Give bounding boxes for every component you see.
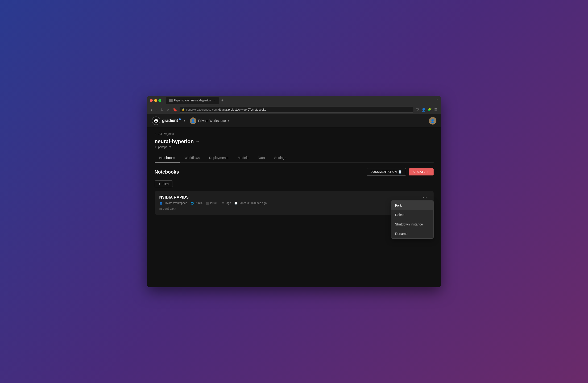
address-bar[interactable]: 🔒 console.paperspace.com/dbanys/projects… — [180, 106, 413, 113]
menu-icon[interactable]: ☰ — [434, 107, 438, 112]
navigation-bar: ‹ › ↻ ⌂ 🔖 🔒 console.paperspace.com/dbany… — [147, 105, 441, 114]
visibility-icon: 🌐 — [190, 202, 194, 205]
workspace-name: Private Workspace — [198, 119, 226, 123]
forward-button[interactable]: › — [155, 107, 158, 112]
project-id: ID prwqpr07c — [155, 146, 434, 149]
docs-label: DOCUMENTATION — [371, 170, 397, 173]
meta-edited: 🕐 Edited 39 minutes ago — [234, 201, 267, 205]
meta-gpu: ⬛ P6000 — [206, 201, 218, 205]
workspace-selector[interactable]: 👤 Private Workspace ▾ — [190, 117, 229, 124]
meta-workspace: 👤 Private Workspace — [159, 201, 187, 205]
tab-settings[interactable]: Settings — [270, 153, 291, 163]
section-header: Notebooks DOCUMENTATION 📄 CREATE + — [155, 168, 434, 176]
logo-badge — [179, 118, 181, 120]
main-content: ← All Projects neural-hyperion ✏ ID prwq… — [147, 127, 441, 287]
create-button[interactable]: CREATE + — [409, 168, 434, 175]
docs-icon: 📄 — [398, 170, 402, 173]
meta-visibility: 🌐 Public — [190, 201, 203, 205]
notebook-meta: 👤 Private Workspace 🌐 Public ⬛ P6000 — [159, 201, 267, 205]
meta-edited-label: Edited 39 minutes ago — [239, 201, 267, 205]
browser-window: Paperspace | neural-hyperion × + ⌃ ‹ › ↻… — [147, 96, 441, 287]
browser-extensions: 🛡 👤 🧩 ☰ — [415, 107, 438, 112]
app-header: gradient ▾ 👤 Private Workspace ▾ 👤 — [147, 114, 441, 127]
documentation-button[interactable]: DOCUMENTATION 📄 — [367, 168, 406, 176]
breadcrumb[interactable]: ← All Projects — [155, 132, 434, 136]
active-tab[interactable]: Paperspace | neural-hyperion × — [166, 97, 219, 104]
back-button[interactable]: ‹ — [150, 107, 153, 112]
reload-button[interactable]: ↻ — [160, 107, 164, 112]
tag-icon: 🏷 — [221, 202, 224, 204]
project-tabs: Notebooks Workflows Deployments Models D… — [155, 153, 434, 163]
filter-bar: ▼ Filter — [155, 180, 434, 187]
notebook-id: nspou6taxr — [159, 207, 267, 210]
create-icon: + — [427, 170, 429, 173]
workspace-avatar: 👤 — [190, 117, 196, 124]
project-id-label: ID — [155, 146, 157, 149]
context-menu-delete[interactable]: Delete — [391, 210, 433, 220]
url-path: /dbanys/projects/prwqpr07c/notebooks — [218, 108, 266, 111]
profile-icon[interactable]: 👤 — [421, 107, 426, 112]
tab-menu-button[interactable]: ⌃ — [436, 99, 438, 102]
titlebar: Paperspace | neural-hyperion × + ⌃ — [147, 96, 441, 105]
tab-deployments[interactable]: Deployments — [204, 153, 233, 163]
url-display: console.paperspace.com/dbanys/projects/p… — [186, 108, 266, 111]
meta-tags-label: Tags — [225, 201, 231, 205]
filter-label: Filter — [163, 182, 169, 186]
traffic-lights — [150, 99, 161, 102]
maximize-window-button[interactable] — [158, 99, 161, 102]
tab-models[interactable]: Models — [233, 153, 253, 163]
logo-icon — [152, 116, 160, 125]
tab-title: Paperspace | neural-hyperion — [174, 99, 211, 102]
meta-workspace-label: Private Workspace — [164, 201, 187, 205]
tab-data[interactable]: Data — [253, 153, 270, 163]
filter-icon: ▼ — [158, 182, 161, 186]
tab-notebooks[interactable]: Notebooks — [155, 153, 180, 163]
create-label: CREATE — [414, 170, 425, 173]
workspace-meta-icon: 👤 — [159, 202, 163, 205]
notebook-name: NVIDIA RAPIDS — [159, 195, 267, 199]
notebook-info: NVIDIA RAPIDS 👤 Private Workspace 🌐 Publ… — [159, 195, 267, 210]
more-options-button[interactable]: ··· — [422, 195, 429, 199]
close-window-button[interactable] — [150, 99, 153, 102]
breadcrumb-label: All Projects — [159, 132, 174, 136]
logo-area: gradient ▾ — [152, 116, 185, 125]
tab-bar: Paperspace | neural-hyperion × + ⌃ — [166, 97, 438, 104]
app-content: gradient ▾ 👤 Private Workspace ▾ 👤 ← All… — [147, 114, 441, 287]
browser-chrome: Paperspace | neural-hyperion × + ⌃ ‹ › ↻… — [147, 96, 441, 114]
context-menu-fork[interactable]: Fork — [391, 201, 433, 210]
tab-workflows[interactable]: Workflows — [180, 153, 204, 163]
filter-button[interactable]: ▼ Filter — [155, 180, 173, 187]
project-title-area: neural-hyperion ✏ — [155, 138, 434, 145]
bookmark-button[interactable]: 🔖 — [172, 107, 178, 112]
meta-tags: 🏷 Tags — [221, 201, 231, 205]
avatar-face-workspace: 👤 — [190, 117, 196, 124]
extensions-icon[interactable]: 🧩 — [427, 107, 432, 112]
meta-visibility-label: Public — [195, 201, 203, 205]
context-menu: Fork Delete Shutdown instance Rename — [391, 200, 434, 239]
tab-close-button[interactable]: × — [212, 99, 216, 102]
url-prefix: console.paperspace.com — [186, 108, 217, 111]
user-avatar[interactable]: 👤 — [429, 117, 436, 125]
minimize-window-button[interactable] — [154, 99, 157, 102]
context-menu-shutdown[interactable]: Shutdown instance — [391, 220, 433, 229]
gpu-icon: ⬛ — [206, 202, 209, 205]
breadcrumb-arrow: ← — [155, 132, 158, 136]
tab-favicon — [169, 99, 173, 102]
workspace-dropdown-arrow: ▾ — [228, 119, 229, 122]
notebook-card: NVIDIA RAPIDS 👤 Private Workspace 🌐 Publ… — [155, 191, 434, 215]
context-menu-rename[interactable]: Rename — [391, 229, 433, 238]
edit-project-icon[interactable]: ✏ — [196, 140, 199, 143]
avatar-face-user: 👤 — [429, 117, 436, 125]
clock-icon: 🕐 — [234, 202, 238, 205]
secure-icon: 🔒 — [182, 108, 185, 111]
project-title: neural-hyperion — [155, 138, 194, 145]
logo-dropdown-button[interactable]: ▾ — [184, 119, 185, 122]
shield-icon[interactable]: 🛡 — [415, 107, 420, 112]
section-title: Notebooks — [155, 169, 179, 175]
section-actions: DOCUMENTATION 📄 CREATE + — [367, 168, 434, 176]
meta-gpu-label: P6000 — [210, 201, 218, 205]
logo-text: gradient — [162, 118, 178, 123]
project-id-value: prwqpr07c — [158, 146, 171, 149]
home-button[interactable]: ⌂ — [166, 107, 170, 112]
new-tab-button[interactable]: + — [220, 98, 225, 103]
